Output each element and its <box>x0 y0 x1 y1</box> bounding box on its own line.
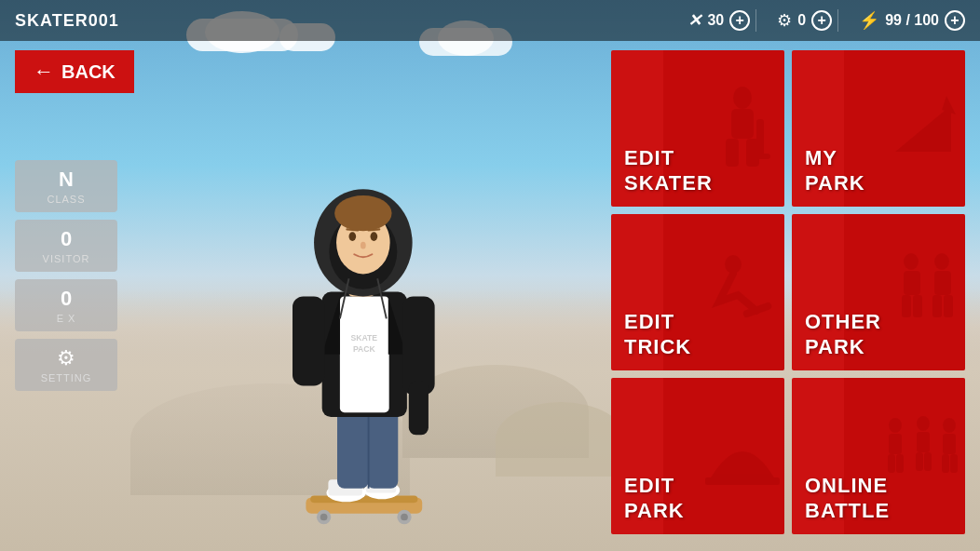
menu-button-label-edit-park: EDIT PARK <box>624 474 685 523</box>
svg-point-46 <box>934 253 949 270</box>
visitor-label: VISITOR <box>22 253 110 264</box>
svg-point-51 <box>889 418 902 433</box>
menu-button-line2: PARK <box>805 171 865 195</box>
xp-icon: ✕ <box>687 10 701 31</box>
svg-rect-20 <box>402 296 435 395</box>
svg-rect-60 <box>943 434 956 454</box>
divider2 <box>837 9 838 32</box>
energy-value: 99 / 100 <box>885 12 939 29</box>
xp-add-button[interactable]: + <box>729 10 750 31</box>
svg-rect-21 <box>409 382 429 436</box>
menu-button-line1: EDIT <box>624 310 691 334</box>
class-label: CLASS <box>22 194 110 205</box>
coin-add-button[interactable]: + <box>811 10 832 31</box>
svg-point-40 <box>725 255 742 274</box>
menu-button-edit-skater[interactable]: EDIT SKATER <box>611 50 784 207</box>
menu-button-line2: SKATER <box>624 171 713 195</box>
svg-rect-35 <box>731 109 754 139</box>
svg-point-42 <box>904 253 919 270</box>
menu-button-line2: PARK <box>805 335 881 359</box>
class-value: N <box>22 168 110 192</box>
setting-label: SETTING <box>22 372 110 383</box>
energy-stat-group: ⚡ 99 / 100 + <box>859 10 965 31</box>
svg-rect-57 <box>916 452 923 471</box>
svg-point-55 <box>917 416 930 431</box>
menu-button-line1: EDIT <box>624 474 685 498</box>
coin-icon: ⚙ <box>777 10 792 31</box>
ex-value: 0 <box>22 287 110 311</box>
main-menu-grid: EDIT SKATER MY PARK EDIT TRICK <box>611 50 965 534</box>
svg-rect-58 <box>924 452 932 471</box>
back-button[interactable]: ← BACK <box>15 50 134 93</box>
menu-button-edit-trick[interactable]: EDIT TRICK <box>611 214 784 370</box>
svg-rect-50 <box>705 477 780 485</box>
character-svg: SKATE PACK <box>238 104 481 551</box>
svg-rect-38 <box>756 119 764 156</box>
svg-rect-48 <box>932 295 942 317</box>
coin-value: 0 <box>797 12 806 29</box>
svg-rect-61 <box>942 454 949 473</box>
svg-point-31 <box>334 195 391 231</box>
svg-rect-49 <box>944 295 953 317</box>
back-arrow-icon: ← <box>34 60 54 84</box>
menu-button-line2: TRICK <box>624 335 691 359</box>
menu-button-other-park[interactable]: OTHER PARK <box>792 214 965 370</box>
ex-stat-box: 0 E X <box>15 279 117 331</box>
menu-button-line1: MY <box>805 146 865 170</box>
menu-button-edit-park[interactable]: EDIT PARK <box>611 378 784 534</box>
svg-point-26 <box>348 232 356 241</box>
player-name: SKATER001 <box>15 11 673 31</box>
svg-rect-37 <box>746 139 759 167</box>
menu-button-label-edit-trick: EDIT TRICK <box>624 310 691 359</box>
svg-rect-43 <box>904 271 920 295</box>
svg-rect-45 <box>913 295 922 317</box>
setting-button[interactable]: ⚙ SETTING <box>15 339 117 391</box>
svg-rect-10 <box>337 408 369 488</box>
svg-point-4 <box>401 514 408 521</box>
svg-point-27 <box>371 232 378 241</box>
svg-rect-62 <box>950 454 958 473</box>
svg-rect-54 <box>896 454 904 473</box>
menu-button-line1: ONLINE <box>805 474 890 498</box>
svg-rect-56 <box>917 432 930 452</box>
menu-button-label-edit-skater: EDIT SKATER <box>624 146 713 195</box>
visitor-stat-box: 0 VISITOR <box>15 220 117 272</box>
svg-point-3 <box>320 514 328 521</box>
menu-button-line1: EDIT <box>624 146 713 170</box>
svg-point-30 <box>361 242 366 249</box>
menu-button-line2: BATTLE <box>805 499 890 523</box>
svg-rect-44 <box>902 295 911 317</box>
menu-button-online-battle[interactable]: ONLINE BATTLE <box>792 378 965 534</box>
svg-point-59 <box>943 418 956 433</box>
svg-rect-47 <box>934 271 951 295</box>
energy-add-button[interactable]: + <box>945 10 965 31</box>
svg-rect-41 <box>742 302 773 318</box>
menu-button-label-my-park: MY PARK <box>805 146 865 195</box>
menu-button-label-online-battle: ONLINE BATTLE <box>805 474 890 523</box>
visitor-value: 0 <box>22 227 110 251</box>
svg-rect-5 <box>310 495 417 503</box>
xp-stat-group: ✕ 30 + <box>687 10 750 31</box>
divider <box>755 9 756 32</box>
svg-rect-53 <box>888 454 895 473</box>
header-bar: SKATER001 ✕ 30 + ⚙ 0 + ⚡ 99 / 100 + <box>0 0 980 41</box>
svg-text:SKATE: SKATE <box>351 333 378 343</box>
class-stat-box: N CLASS <box>15 160 117 212</box>
svg-rect-52 <box>889 434 902 454</box>
menu-button-label-other-park: OTHER PARK <box>805 310 881 359</box>
svg-rect-19 <box>293 296 325 385</box>
energy-icon: ⚡ <box>859 10 879 31</box>
menu-button-my-park[interactable]: MY PARK <box>792 50 965 207</box>
menu-button-line1: OTHER <box>805 310 881 334</box>
ex-label: E X <box>22 313 110 324</box>
svg-text:PACK: PACK <box>353 344 376 354</box>
character-display: SKATE PACK <box>130 41 589 551</box>
back-label: BACK <box>61 61 116 83</box>
gear-icon: ⚙ <box>57 346 75 370</box>
coin-stat-group: ⚙ 0 + <box>777 10 832 31</box>
xp-value: 30 <box>707 12 724 29</box>
svg-point-34 <box>733 87 752 109</box>
svg-rect-36 <box>726 139 739 167</box>
svg-rect-39 <box>752 154 770 159</box>
svg-rect-14 <box>340 296 389 412</box>
